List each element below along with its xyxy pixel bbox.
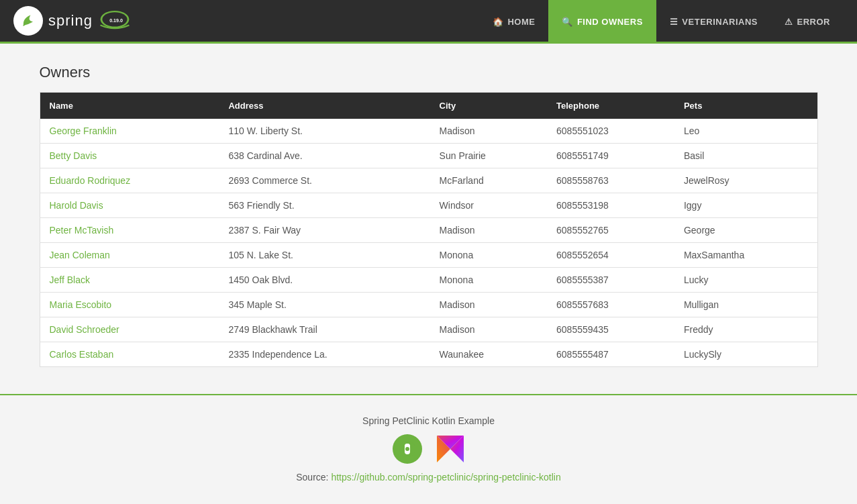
nav-veterinarians-label: VETERINARIANS xyxy=(682,17,758,27)
owner-name-cell: Betty Davis xyxy=(40,144,219,168)
owner-name-cell: David Schroeder xyxy=(40,317,219,342)
owner-address-cell: 2749 Blackhawk Trail xyxy=(219,317,430,342)
table-header-row: Name Address City Telephone Pets xyxy=(40,93,817,119)
spring-leaf-icon xyxy=(19,11,38,30)
table-row: Jeff Black1450 Oak Blvd.Monona6085555387… xyxy=(40,268,817,293)
owner-telephone-cell: 6085552765 xyxy=(547,218,674,243)
owner-pets-cell: Freddy xyxy=(674,317,817,342)
owner-pets-cell: Mulligan xyxy=(674,293,817,317)
owner-address-cell: 563 Friendly St. xyxy=(219,193,430,218)
owner-telephone-cell: 6085551023 xyxy=(547,119,674,144)
owner-link[interactable]: Eduardo Rodriquez xyxy=(50,175,131,186)
owner-city-cell: Monona xyxy=(430,243,547,268)
table-row: David Schroeder2749 Blackhawk TrailMadis… xyxy=(40,317,817,342)
col-city: City xyxy=(430,93,547,119)
owner-pets-cell: George xyxy=(674,218,817,243)
nav-home-label: HOME xyxy=(507,17,535,27)
owner-city-cell: Madison xyxy=(430,293,547,317)
owners-table: Name Address City Telephone Pets George … xyxy=(40,92,818,367)
owner-pets-cell: Basil xyxy=(674,144,817,168)
owner-link[interactable]: Maria Escobito xyxy=(50,299,112,310)
home-icon: 🏠 xyxy=(493,17,504,27)
table-row: Peter McTavish2387 S. Fair WayMadison608… xyxy=(40,218,817,243)
owner-city-cell: Madison xyxy=(430,218,547,243)
col-pets: Pets xyxy=(674,93,817,119)
table-header: Name Address City Telephone Pets xyxy=(40,93,817,119)
owner-address-cell: 638 Cardinal Ave. xyxy=(219,144,430,168)
nav-error[interactable]: ⚠ ERROR xyxy=(771,0,844,44)
owner-link[interactable]: Jeff Black xyxy=(50,274,90,285)
table-row: George Franklin110 W. Liberty St.Madison… xyxy=(40,119,817,144)
source-label: Source: xyxy=(296,472,328,483)
footer-source: Source: https://github.com/spring-petcli… xyxy=(13,472,844,483)
owner-pets-cell: Lucky xyxy=(674,268,817,293)
owner-link[interactable]: Carlos Estaban xyxy=(50,349,114,360)
source-link[interactable]: https://github.com/spring-petclinic/spri… xyxy=(331,472,560,483)
main-content: Owners Name Address City Telephone Pets … xyxy=(26,64,831,367)
col-telephone: Telephone xyxy=(547,93,674,119)
owner-name-cell: Eduardo Rodriquez xyxy=(40,168,219,193)
owner-telephone-cell: 6085552654 xyxy=(547,243,674,268)
owner-name-cell: Maria Escobito xyxy=(40,293,219,317)
owner-name-cell: George Franklin xyxy=(40,119,219,144)
owner-city-cell: Madison xyxy=(430,317,547,342)
nav-find-owners[interactable]: 🔍 FIND OWNERS xyxy=(548,0,656,44)
owner-name-cell: Jean Coleman xyxy=(40,243,219,268)
owner-address-cell: 1450 Oak Blvd. xyxy=(219,268,430,293)
owner-pets-cell: MaxSamantha xyxy=(674,243,817,268)
owner-name-cell: Harold Davis xyxy=(40,193,219,218)
owner-telephone-cell: 6085557683 xyxy=(547,293,674,317)
owner-city-cell: Monona xyxy=(430,268,547,293)
brand[interactable]: spring 0.19.0 xyxy=(13,6,132,36)
owner-pets-cell: Leo xyxy=(674,119,817,144)
table-body: George Franklin110 W. Liberty St.Madison… xyxy=(40,119,817,367)
nav-find-owners-label: FIND OWNERS xyxy=(577,17,643,27)
nav-home[interactable]: 🏠 HOME xyxy=(479,0,549,44)
owner-telephone-cell: 6085551749 xyxy=(547,144,674,168)
brand-text: spring xyxy=(48,12,93,30)
table-row: Maria Escobito345 Maple St.Madison608555… xyxy=(40,293,817,317)
nav-error-label: ERROR xyxy=(797,17,830,27)
owner-telephone-cell: 6085558763 xyxy=(547,168,674,193)
nav-veterinarians[interactable]: ☰ VETERINARIANS xyxy=(656,0,771,44)
owner-name-cell: Jeff Black xyxy=(40,268,219,293)
owner-telephone-cell: 6085555487 xyxy=(547,342,674,367)
owner-city-cell: Windsor xyxy=(430,193,547,218)
table-row: Eduardo Rodriquez2693 Commerce St.McFarl… xyxy=(40,168,817,193)
table-row: Harold Davis563 Friendly St.Windsor60855… xyxy=(40,193,817,218)
owner-address-cell: 2335 Independence La. xyxy=(219,342,430,367)
owner-address-cell: 110 W. Liberty St. xyxy=(219,119,430,144)
owner-telephone-cell: 6085555387 xyxy=(547,268,674,293)
owner-name-cell: Peter McTavish xyxy=(40,218,219,243)
owner-city-cell: Madison xyxy=(430,119,547,144)
helmet-icon: 0.19.0 xyxy=(98,9,132,33)
owner-city-cell: Waunakee xyxy=(430,342,547,367)
nav-links: 🏠 HOME 🔍 FIND OWNERS ☰ VETERINARIANS ⚠ E… xyxy=(479,0,844,42)
owner-address-cell: 345 Maple St. xyxy=(219,293,430,317)
logo-circle xyxy=(13,6,43,36)
svg-text:0.19.0: 0.19.0 xyxy=(109,18,123,23)
owner-address-cell: 105 N. Lake St. xyxy=(219,243,430,268)
owner-address-cell: 2387 S. Fair Way xyxy=(219,218,430,243)
list-icon: ☰ xyxy=(670,17,678,27)
owner-pets-cell: LuckySly xyxy=(674,342,817,367)
owner-telephone-cell: 6085559435 xyxy=(547,317,674,342)
owner-link[interactable]: David Schroeder xyxy=(50,324,119,335)
footer-text: Spring PetClinic Kotlin Example xyxy=(13,415,844,426)
owner-pets-cell: JewelRosy xyxy=(674,168,817,193)
owner-link[interactable]: George Franklin xyxy=(50,125,117,136)
col-name: Name xyxy=(40,93,219,119)
owner-link[interactable]: Jean Coleman xyxy=(50,250,110,260)
svg-point-7 xyxy=(405,447,409,451)
footer: Spring PetClinic Kotlin Example xyxy=(0,394,857,503)
warning-icon: ⚠ xyxy=(785,17,793,27)
search-icon: 🔍 xyxy=(562,17,573,27)
owner-name-cell: Carlos Estaban xyxy=(40,342,219,367)
owner-link[interactable]: Betty Davis xyxy=(50,150,97,161)
owner-link[interactable]: Harold Davis xyxy=(50,200,103,211)
col-address: Address xyxy=(219,93,430,119)
kotlin-icon xyxy=(436,434,465,464)
table-row: Betty Davis638 Cardinal Ave.Sun Prairie6… xyxy=(40,144,817,168)
table-row: Carlos Estaban2335 Independence La.Wauna… xyxy=(40,342,817,367)
owner-link[interactable]: Peter McTavish xyxy=(50,225,114,236)
